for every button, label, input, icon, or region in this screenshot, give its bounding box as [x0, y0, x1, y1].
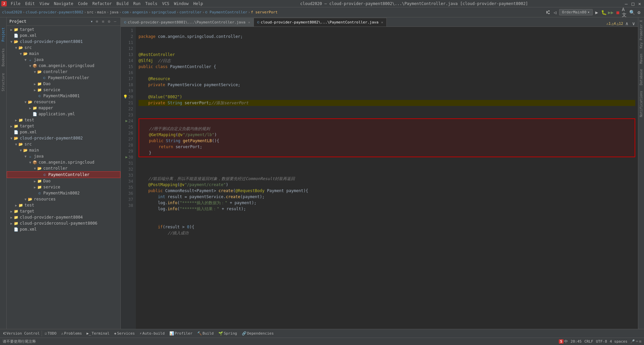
minimize-btn[interactable]: — [623, 1, 629, 7]
bottom-tab-spring[interactable]: 🌱 Spring [216, 331, 239, 336]
tree-item-service8002[interactable]: ▶ 📁 service [7, 184, 120, 190]
menu-vcs[interactable]: VCS [160, 1, 171, 7]
tree-item-pkg8001[interactable]: ▼ 📦 com.angenin.springcloud [7, 63, 120, 69]
tree-item-payment8002[interactable]: ▼ 📂 cloud-provider-payment8002 [7, 135, 120, 141]
menu-refactor[interactable]: Refactor [90, 1, 114, 7]
scroll-up-icon[interactable]: ∧ [624, 20, 630, 26]
tree-item-dao8002[interactable]: ▶ 📁 Dao [7, 178, 120, 184]
bottom-tab-services[interactable]: ◈ Services [112, 331, 137, 336]
tree-item-java8002[interactable]: ▼ ☕ java [7, 153, 120, 159]
code-editor[interactable]: 1 2 11 12 13 14 15 16 17 18 19 💡20 21 22… [121, 27, 638, 329]
tree-item-main8002[interactable]: ▼ 📂 main [7, 147, 120, 153]
tree-item-test8002[interactable]: ▶ 📁 test [7, 202, 120, 208]
panel-maven[interactable]: Maven [639, 54, 643, 64]
panel-key-promoter[interactable]: Key Promoter X [639, 20, 643, 48]
breadcrumb-java[interactable]: java [110, 10, 119, 14]
bottom-tab-todo[interactable]: ☑ TODO [43, 331, 58, 336]
panel-settings-icon[interactable]: ⚙ [106, 19, 112, 24]
status-charset[interactable]: UTF-8 [596, 339, 607, 344]
breadcrumb-class[interactable]: © PaymentController [205, 10, 248, 14]
tree-item-pom-last[interactable]: 📄 pom.xml [7, 226, 120, 232]
tree-item-service8001[interactable]: ▶ 📁 service [7, 87, 120, 93]
bottom-tab-vcs[interactable]: ⑆ Version Control [1, 331, 42, 336]
panel-tab-structure[interactable]: Structure [1, 73, 5, 91]
bottom-tab-profiler[interactable]: 📊 Profiler [167, 331, 195, 336]
status-crlf[interactable]: CRLF [584, 339, 593, 344]
back-icon[interactable]: ◁ [552, 9, 558, 15]
grid-icon[interactable]: ⊞ [639, 339, 641, 344]
tree-item-main8002-class[interactable]: © PaymentMain8002 [7, 190, 120, 196]
tree-item-payment8004[interactable]: ▶ 📁 cloud-provider-payment8004 [7, 214, 120, 220]
keyboard-icon[interactable]: ⌨ [636, 339, 638, 344]
run-config-btn[interactable]: OrderMain80 ▾ [559, 9, 593, 15]
tree-item-controller8001[interactable]: ▼ 📂 controller [7, 69, 120, 75]
stop-btn[interactable]: ■ [615, 9, 621, 15]
debug-btn[interactable]: 🐛 [601, 9, 607, 15]
tree-item-src8001[interactable]: ▼ 📂 src [7, 45, 120, 51]
panel-minimize-icon[interactable]: — [112, 19, 118, 24]
menu-code[interactable]: Code [76, 1, 90, 7]
panel-locate-icon[interactable]: ⊕ [94, 19, 100, 24]
breadcrumb-springcloud[interactable]: springcloud [151, 10, 176, 14]
translate-icon[interactable]: A文 [622, 9, 628, 15]
breadcrumb-src[interactable]: src [87, 10, 94, 14]
mic-icon[interactable]: 🎤 [630, 339, 635, 344]
panel-tab-bookmarks[interactable]: Bookmarks [1, 48, 5, 66]
tree-item-test8001[interactable]: ▶ 📁 test [7, 117, 120, 123]
tree-item-pom2[interactable]: 📄 pom.xml [7, 129, 120, 135]
menu-tools[interactable]: Tools [143, 1, 159, 7]
close-btn[interactable]: ✕ [637, 1, 643, 7]
tab-payment8002[interactable]: © cloud-provider-payment8002\...\Payment… [254, 18, 387, 26]
tree-item-mapper[interactable]: ▶ 📁 mapper [7, 105, 120, 111]
coverage-btn[interactable]: ▶▶ [608, 9, 614, 15]
tab-close-8001[interactable]: ✕ [248, 20, 250, 24]
menu-view[interactable]: View [38, 1, 51, 7]
menu-edit[interactable]: Edit [23, 1, 37, 7]
menu-help[interactable]: Help [191, 1, 205, 7]
tree-item-controller8002[interactable]: ▼ 📂 controller [7, 165, 120, 171]
tree-item-pom1[interactable]: 📄 pom.xml [7, 33, 120, 39]
menu-build[interactable]: Build [114, 1, 130, 7]
breadcrumb-cloud2020[interactable]: cloud2020 [2, 10, 22, 14]
panel-collapse-icon[interactable]: ≡ [100, 19, 106, 24]
menu-navigate[interactable]: Navigate [52, 1, 75, 7]
breadcrumb-payment8002[interactable]: cloud-provider-payment8002 [25, 10, 83, 14]
breadcrumb-angenin[interactable]: angenin [132, 10, 148, 14]
tree-item-target1[interactable]: ▶ 📁 target [7, 26, 120, 33]
bottom-tab-autobuild[interactable]: ⚡ Auto-build [138, 331, 167, 336]
tree-item-main8001[interactable]: ▼ 📂 main [7, 51, 120, 57]
panel-notifications[interactable]: Notifications [639, 91, 643, 117]
tree-item-yml[interactable]: 📄 application.yml [7, 111, 120, 117]
search-icon[interactable]: 🔍 [629, 9, 635, 15]
tab-payment8001[interactable]: © cloud-provider-payment8001\...\Payment… [121, 18, 254, 26]
tree-item-pkg8002[interactable]: ▼ 📦 com.angenin.springcloud [7, 159, 120, 165]
maximize-btn[interactable]: □ [630, 1, 636, 7]
breadcrumb-main[interactable]: main [97, 10, 106, 14]
panel-dropdown-icon[interactable]: ▾ [91, 19, 93, 24]
panel-database[interactable]: Database [639, 69, 643, 85]
tree-item-pc8002[interactable]: © PaymentController [7, 171, 120, 178]
tab-close-8002[interactable]: ✕ [381, 20, 383, 24]
sogou-icon[interactable]: S 中 [559, 339, 568, 344]
tree-item-payment8001[interactable]: ▼ 📂 cloud-provider-payment8001 [7, 39, 120, 45]
menu-file[interactable]: File [9, 1, 22, 7]
tree-item-dao8001[interactable]: ▶ 📁 Dao [7, 81, 120, 87]
breadcrumb-controller[interactable]: controller [179, 10, 202, 14]
panel-tab-project[interactable]: Project [1, 27, 5, 42]
bottom-tab-terminal[interactable]: ▶_ Terminal [85, 331, 111, 336]
scroll-down-icon[interactable]: ∨ [631, 20, 637, 26]
menu-run[interactable]: Run [131, 1, 143, 7]
bottom-tab-dependencies[interactable]: 🔗 Dependencies [240, 331, 276, 336]
status-indent[interactable]: 4 spaces [610, 339, 628, 344]
bottom-tab-build[interactable]: 🔨 Build [195, 331, 216, 336]
breadcrumb-com[interactable]: com [122, 10, 129, 14]
bottom-tab-problems[interactable]: ⚠ Problems [59, 331, 84, 336]
tree-item-target2[interactable]: ▶ 📁 target [7, 123, 120, 129]
tree-item-payment8006[interactable]: ▶ 📁 cloud-providerconsul-payment8006 [7, 220, 120, 226]
code-content[interactable]: package com.angenin.springcloud.controll… [136, 27, 638, 329]
breadcrumb-method[interactable]: f serverPort [251, 10, 277, 14]
tree-item-main8001-class[interactable]: © PaymentMain8001 [7, 93, 120, 99]
tree-item-target3[interactable]: ▶ 📁 target [7, 208, 120, 214]
settings-icon[interactable]: ⚙ [636, 9, 642, 15]
tree-item-resources8002[interactable]: ▼ 📂 resources [7, 196, 120, 202]
